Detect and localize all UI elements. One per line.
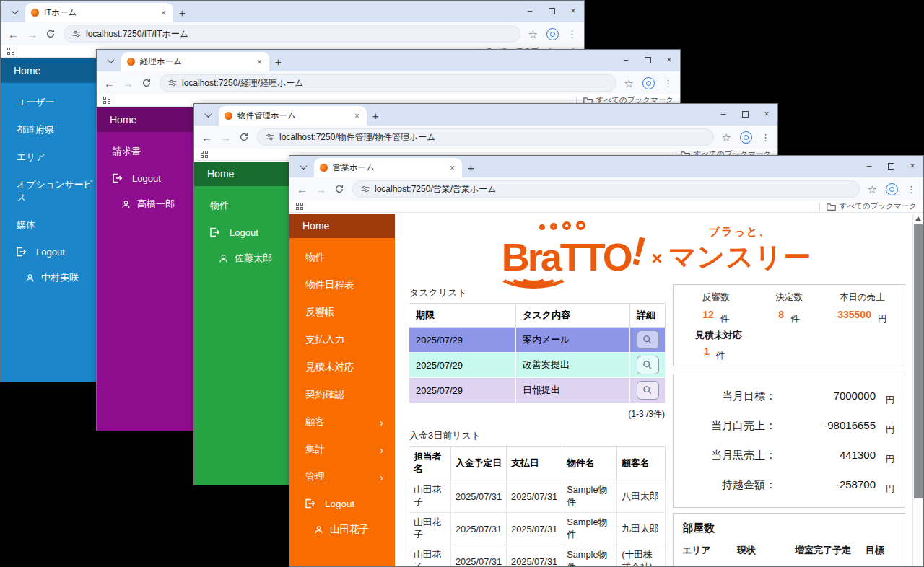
sidebar-group-management[interactable]: 管理 › bbox=[289, 463, 395, 491]
back-button[interactable]: ← bbox=[297, 184, 308, 195]
site-settings-icon[interactable] bbox=[266, 133, 274, 141]
apps-grid-icon[interactable] bbox=[7, 48, 14, 55]
profile-avatar[interactable] bbox=[740, 131, 752, 144]
address-bar[interactable]: localhost:7250/IT/ITホーム bbox=[64, 25, 520, 43]
address-bar[interactable]: localhost:7250/経理/経理ホーム bbox=[160, 74, 616, 92]
sidebar-item-media[interactable]: 媒体 bbox=[1, 211, 98, 239]
sidebar-eigyo: Home 物件 物件日程表 反響帳 支払入力 見積未対応 契約確認 顧客 › 集… bbox=[289, 214, 395, 566]
task-detail-button[interactable] bbox=[637, 381, 659, 400]
tab-search-button[interactable] bbox=[103, 53, 118, 69]
bookmark-star-icon[interactable]: ☆ bbox=[528, 29, 538, 40]
minimize-button[interactable]: – bbox=[519, 1, 541, 21]
apps-grid-icon[interactable] bbox=[201, 151, 208, 158]
logo-x-separator: × bbox=[651, 247, 662, 270]
browser-menu-icon[interactable]: ⋮ bbox=[907, 184, 916, 195]
close-button[interactable]: × bbox=[902, 156, 923, 176]
browser-menu-icon[interactable]: ⋮ bbox=[761, 132, 770, 143]
pending-quotes-link[interactable]: 1 bbox=[704, 346, 710, 357]
tab-search-button[interactable] bbox=[6, 4, 22, 19]
tab-close-icon[interactable]: × bbox=[160, 8, 167, 18]
cell: 2025/07/31 bbox=[507, 513, 562, 545]
bookmark-star-icon[interactable]: ☆ bbox=[868, 184, 877, 195]
tab-keiri-home[interactable]: 経理ホーム × bbox=[121, 52, 269, 71]
tab-close-icon[interactable]: × bbox=[256, 57, 263, 67]
close-button[interactable]: × bbox=[756, 104, 777, 124]
new-tab-button[interactable]: + bbox=[468, 162, 474, 174]
close-button[interactable]: × bbox=[562, 1, 584, 21]
sidebar-item-property[interactable]: 物件 bbox=[194, 192, 292, 219]
new-tab-button[interactable]: + bbox=[179, 6, 186, 19]
sidebar-item-area[interactable]: エリア bbox=[1, 144, 98, 171]
logout-button[interactable]: Logout bbox=[194, 219, 292, 245]
sidebar-item-home[interactable]: Home bbox=[289, 214, 395, 238]
bookmark-star-icon[interactable]: ☆ bbox=[624, 78, 634, 89]
logo-tagline-top: ブラっと、 bbox=[709, 225, 771, 239]
task-detail-button[interactable] bbox=[637, 356, 659, 374]
maximize-button[interactable] bbox=[541, 1, 562, 21]
bookmark-star-icon[interactable]: ☆ bbox=[722, 132, 731, 143]
all-bookmarks-button[interactable]: すべてのブックマーク bbox=[827, 201, 917, 211]
maximize-button[interactable] bbox=[734, 104, 756, 124]
logout-button[interactable]: Logout bbox=[289, 491, 395, 517]
reload-button[interactable] bbox=[239, 132, 249, 142]
sidebar-item-home[interactable]: Home bbox=[194, 162, 292, 186]
forward-button[interactable]: → bbox=[123, 78, 134, 89]
minimize-button[interactable]: – bbox=[712, 104, 734, 124]
apps-grid-icon[interactable] bbox=[103, 97, 110, 104]
profile-avatar[interactable] bbox=[886, 183, 898, 195]
page-scrollbar[interactable] bbox=[912, 214, 923, 566]
forward-button[interactable]: → bbox=[27, 29, 38, 40]
minimize-button[interactable]: – bbox=[615, 50, 637, 70]
sidebar-item-home[interactable]: Home bbox=[1, 58, 98, 83]
tab-close-icon[interactable]: × bbox=[448, 163, 456, 173]
back-button[interactable]: ← bbox=[104, 78, 115, 89]
reload-button[interactable] bbox=[334, 184, 344, 194]
minimize-button[interactable]: – bbox=[858, 156, 880, 176]
scrollbar-thumb[interactable] bbox=[914, 224, 923, 498]
new-tab-button[interactable]: + bbox=[275, 56, 282, 68]
browser-menu-icon[interactable]: ⋮ bbox=[567, 29, 577, 40]
address-bar[interactable]: localhost:7250/物件管理/物件管理ホーム bbox=[257, 128, 714, 146]
reload-button[interactable] bbox=[45, 29, 56, 39]
forward-button[interactable]: → bbox=[315, 184, 326, 195]
maximize-button[interactable] bbox=[880, 156, 902, 176]
sidebar-item-inquiry-book[interactable]: 反響帳 bbox=[289, 299, 395, 326]
back-button[interactable]: ← bbox=[8, 29, 19, 40]
site-settings-icon[interactable] bbox=[168, 79, 177, 87]
logout-button[interactable]: Logout bbox=[97, 165, 194, 191]
sidebar-item-home[interactable]: Home bbox=[97, 107, 194, 132]
tab-bukken-home[interactable]: 物件管理ホーム × bbox=[219, 106, 367, 126]
sidebar-item-payment-entry[interactable]: 支払入力 bbox=[289, 326, 395, 353]
sidebar-item-option-services[interactable]: オプションサービス bbox=[1, 171, 98, 211]
reload-button[interactable] bbox=[141, 78, 152, 88]
site-settings-icon[interactable] bbox=[72, 30, 81, 38]
apps-grid-icon[interactable] bbox=[296, 203, 303, 210]
new-tab-button[interactable]: + bbox=[372, 110, 379, 122]
sidebar-item-users[interactable]: ユーザー bbox=[1, 89, 98, 116]
maximize-button[interactable] bbox=[637, 50, 658, 70]
sidebar-group-aggregation[interactable]: 集計 › bbox=[289, 436, 395, 463]
browser-menu-icon[interactable]: ⋮ bbox=[663, 78, 673, 89]
sidebar-item-property-schedule[interactable]: 物件日程表 bbox=[289, 271, 395, 299]
scroll-up-icon[interactable] bbox=[915, 216, 921, 221]
task-detail-button[interactable] bbox=[637, 330, 659, 349]
sidebar-item-contract-check[interactable]: 契約確認 bbox=[289, 381, 395, 408]
sidebar-item-prefectures[interactable]: 都道府県 bbox=[1, 116, 98, 144]
address-bar[interactable]: localhost:7250/営業/営業ホーム bbox=[352, 180, 860, 198]
site-settings-icon[interactable] bbox=[361, 185, 370, 193]
profile-avatar[interactable] bbox=[546, 28, 559, 40]
tab-eigyo-home[interactable]: 営業ホーム × bbox=[314, 158, 462, 177]
sidebar-item-quote-pending[interactable]: 見積未対応 bbox=[289, 353, 395, 381]
back-button[interactable]: ← bbox=[201, 132, 212, 143]
tab-search-button[interactable] bbox=[295, 159, 311, 175]
sidebar-item-invoice[interactable]: 請求書 bbox=[97, 138, 194, 165]
profile-avatar[interactable] bbox=[642, 77, 655, 89]
logout-button[interactable]: Logout bbox=[1, 239, 98, 265]
forward-button[interactable]: → bbox=[220, 132, 231, 143]
close-button[interactable]: × bbox=[658, 50, 680, 70]
sidebar-item-property[interactable]: 物件 bbox=[289, 244, 395, 271]
tab-close-icon[interactable]: × bbox=[353, 111, 361, 121]
sidebar-group-customers[interactable]: 顧客 › bbox=[289, 408, 395, 436]
tab-it-home[interactable]: ITホーム × bbox=[25, 3, 173, 22]
tab-search-button[interactable] bbox=[200, 107, 216, 123]
